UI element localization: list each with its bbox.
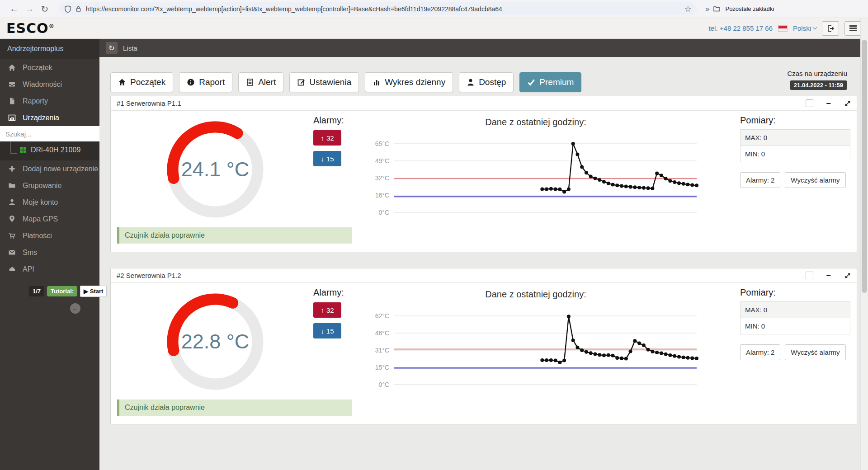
plus-icon <box>8 165 16 173</box>
shield-icon <box>64 5 71 13</box>
alarm-count-button[interactable]: Alarmy: 2 <box>740 344 780 360</box>
minus-icon: − <box>826 272 831 280</box>
device-panel-2: #2 Serwerownia P1.2 − <box>110 268 857 424</box>
sidebar-item-mapa-gps[interactable]: Mapa GPS <box>0 211 99 227</box>
bookmark-star-icon[interactable]: ☆ <box>684 4 692 14</box>
sidebar-item-moje-konto[interactable]: Moje konto <box>0 194 99 211</box>
tab-ustawienia[interactable]: Ustawienia <box>289 72 359 92</box>
device-tree: DRi-40H 21009 <box>0 141 99 160</box>
page-scrollbar <box>860 18 868 470</box>
sidebar-item-poczatek[interactable]: Początek <box>0 59 99 76</box>
logout-button[interactable] <box>822 21 839 36</box>
arrow-down-icon: ↓ <box>321 327 324 335</box>
panel-checkbox[interactable] <box>806 99 813 107</box>
panel-expand-button[interactable] <box>838 268 857 282</box>
tab-alert[interactable]: Alert <box>238 72 283 92</box>
panel-checkbox[interactable] <box>806 272 813 279</box>
panel-expand-button[interactable] <box>838 96 857 110</box>
clear-alarms-button[interactable]: Wyczyść alarmy <box>785 344 845 360</box>
browser-reload-icon[interactable]: ↻ <box>37 4 52 14</box>
measurements-column: Pomiary: MAX: 0 MIN: 0 Alarmy: 2 Wyczyść… <box>740 114 850 188</box>
alarm-low-button[interactable]: ↓15 <box>313 151 341 166</box>
svg-text:0°C: 0°C <box>379 381 390 388</box>
menu-button[interactable] <box>844 21 862 36</box>
max-row: MAX: 0 <box>741 302 850 318</box>
tab-raport[interactable]: Raport <box>179 72 232 92</box>
sidebar-item-dodaj-urzadzenie[interactable]: Dodaj nowe urządzenie <box>0 160 99 177</box>
browser-forward-icon[interactable]: → <box>22 4 37 14</box>
bar-chart-icon <box>8 114 16 122</box>
svg-text:32°C: 32°C <box>375 174 389 182</box>
minus-icon: − <box>826 99 831 108</box>
file-icon <box>8 97 16 105</box>
temperature-value: 24.1 °C <box>181 158 250 181</box>
tab-premium[interactable]: Premium <box>519 72 581 92</box>
inbox-icon <box>8 80 16 88</box>
sidebar-collapse-button[interactable]: ← <box>70 303 80 314</box>
sidebar-item-raporty[interactable]: Raporty <box>0 93 99 109</box>
panel-select-cell[interactable] <box>800 96 819 110</box>
tab-dostep[interactable]: Dostęp <box>459 72 514 92</box>
bookmarks-bar-label[interactable]: Pozostałe zakładki <box>725 5 774 12</box>
svg-text:62°C: 62°C <box>375 312 389 320</box>
chevron-down-icon <box>813 25 817 30</box>
content: Czas na urządzeniu 21.04.2022 - 11:59 Po… <box>99 57 868 470</box>
sidebar-item-sms[interactable]: Sms <box>0 244 99 261</box>
sidebar-item-wiadomosci[interactable]: Wiadomości <box>0 76 99 93</box>
device-clock: Czas na urządzeniu 21.04.2022 - 11:59 <box>787 70 847 90</box>
alarm-count-button[interactable]: Alarmy: 2 <box>740 172 780 188</box>
info-icon <box>187 78 195 86</box>
temperature-chart: 62°C46°C31°C15°C0°C <box>368 302 703 398</box>
sidebar-item-urzadzenia[interactable]: Urządzenia <box>0 109 99 126</box>
cart-icon <box>8 232 16 240</box>
panel-select-cell[interactable] <box>800 268 819 282</box>
search-input[interactable] <box>0 126 99 141</box>
browser-back-icon[interactable]: ← <box>6 4 22 14</box>
tutorial-step-badge: 1/7 <box>29 286 44 296</box>
expand-icon <box>844 272 851 279</box>
panel-title: #1 Serwerownia P1.1 <box>111 99 181 107</box>
svg-text:16°C: 16°C <box>375 192 389 199</box>
breadcrumb-bar: ↻ Lista <box>99 39 868 57</box>
max-row: MAX: 0 <box>741 130 850 146</box>
device-clock-label: Czas na urządzeniu <box>787 70 847 77</box>
arrow-up-icon: ↑ <box>321 134 324 142</box>
alarm-high-button[interactable]: ↑32 <box>313 130 341 146</box>
phone-link[interactable]: tel. +48 22 855 17 66 <box>709 24 773 32</box>
logout-icon <box>826 24 835 33</box>
panel-collapse-button[interactable]: − <box>819 96 838 110</box>
alarm-low-button[interactable]: ↓15 <box>313 323 341 338</box>
refresh-button[interactable]: ↻ <box>106 42 118 54</box>
esco-logo: ESCO® <box>6 20 55 36</box>
alarm-high-button[interactable]: ↑32 <box>313 302 341 318</box>
extensions-overflow-icon[interactable]: » <box>705 5 708 14</box>
edit-icon <box>297 78 305 86</box>
tab-bar: Początek Raport Alert Ustawienia <box>110 72 857 92</box>
play-icon: ▶ <box>84 288 88 295</box>
svg-text:49°C: 49°C <box>375 157 389 164</box>
panel-header: #2 Serwerownia P1.2 − <box>111 268 857 283</box>
sidebar-item-grupowanie[interactable]: Grupowanie <box>0 177 99 194</box>
account-name: Andrzejtermoplus <box>0 39 99 59</box>
panel-collapse-button[interactable]: − <box>819 268 838 282</box>
clear-alarms-button[interactable]: Wyczyść alarmy <box>785 172 845 188</box>
chart-column: Dane z ostatniej godziny: 62°C46°C31°C15… <box>368 287 703 400</box>
poland-flag-icon <box>778 25 788 32</box>
tab-wykres-dzienny[interactable]: Wykres dzienny <box>365 72 453 92</box>
temperature-gauge: 24.1 °C <box>160 114 270 225</box>
bookmarks-folder-icon[interactable] <box>713 5 721 12</box>
address-bar[interactable]: https://escomonitor.com/?tx_webtemp_webt… <box>59 2 697 15</box>
list-document-icon <box>246 78 254 86</box>
chart-title: Dane z ostatniej godziny: <box>368 117 703 127</box>
alarms-label: Alarmy: <box>313 287 352 298</box>
alarms-label: Alarmy: <box>313 115 352 126</box>
refresh-icon: ↻ <box>108 44 114 52</box>
measurements-table: MAX: 0 MIN: 0 <box>740 129 850 162</box>
tab-poczatek[interactable]: Początek <box>110 72 173 92</box>
scrollbar-thumb[interactable] <box>862 40 867 293</box>
min-row: MIN: 0 <box>741 318 850 334</box>
language-selector[interactable]: Polski <box>793 24 816 32</box>
sidebar-item-api[interactable]: API <box>0 261 99 277</box>
sidebar-item-platnosci[interactable]: Płatności <box>0 227 99 244</box>
browser-right-cluster: » Pozostałe zakładki <box>705 5 774 14</box>
